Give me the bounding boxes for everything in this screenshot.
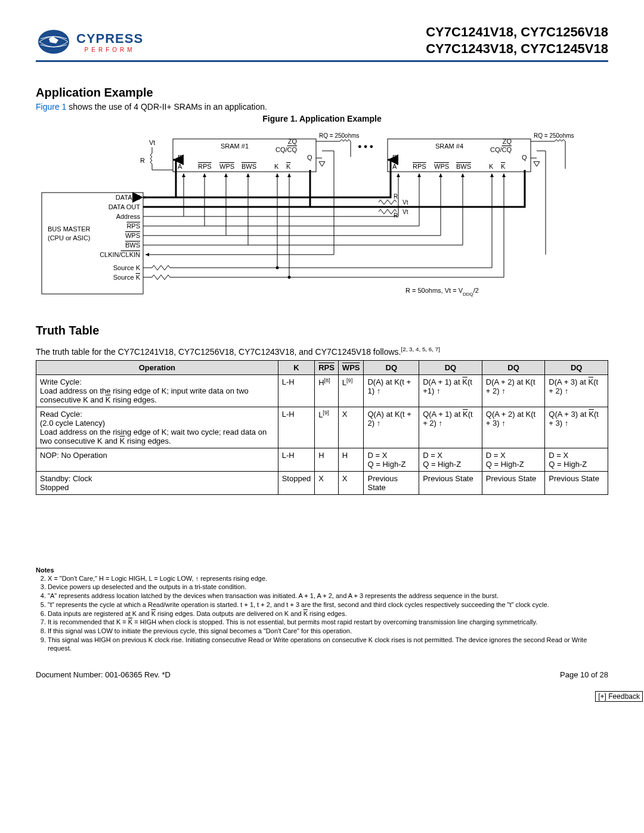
svg-text:BUS  MASTER: BUS MASTER	[48, 225, 91, 233]
th-dq3: DQ	[482, 360, 545, 374]
notes-block: Notes X = "Don't Care," H = Logic HIGH, …	[36, 566, 608, 653]
doc-number: Document Number: 001-06365 Rev. *D	[36, 670, 171, 679]
cell-dq: D = XQ = High-Z	[545, 448, 608, 471]
cell-rps: X	[315, 471, 339, 494]
svg-text:● ● ●: ● ● ●	[358, 143, 373, 150]
th-dq1: DQ	[364, 360, 419, 374]
cell-wps: L[9]	[338, 374, 364, 407]
svg-text:RQ = 250ohms: RQ = 250ohms	[319, 132, 360, 139]
table-row: NOP: No Operation L-H H H D = XQ = High-…	[36, 448, 608, 471]
table-header-row: Operation K RPS WPS DQ DQ DQ DQ	[36, 360, 608, 374]
svg-text:R: R	[394, 212, 398, 219]
logo: CYPRESS PERFORM	[36, 27, 143, 57]
svg-text:Vt: Vt	[149, 139, 155, 146]
figure-caption: Figure 1. Application Example	[36, 114, 608, 123]
cell-dq: Q(A + 3) at K(t + 3) ↑	[545, 407, 608, 448]
note-item: If this signal was LOW to initiate the p…	[48, 627, 608, 636]
svg-text:CQ/CQ: CQ/CQ	[490, 146, 512, 153]
truth-intro-text: The truth table for the CY7C1241V18, CY7…	[36, 347, 401, 357]
svg-text:D: D	[178, 154, 182, 161]
svg-text:DATA IN: DATA IN	[116, 194, 140, 201]
cell-wps: X	[338, 471, 364, 494]
svg-text:Vt: Vt	[402, 209, 408, 215]
cell-k: L-H	[278, 374, 314, 407]
note-item: It is recommended that K = K = HIGH when…	[48, 618, 608, 627]
note-item: Device powers up deselected and the outp…	[48, 583, 608, 592]
cell-dq: D(A + 2) at K(t + 2) ↑	[482, 374, 545, 407]
svg-point-53	[276, 267, 279, 270]
svg-text:K: K	[286, 163, 291, 170]
cell-dq: Q(A + 1) at K(t + 2) ↑	[419, 407, 482, 448]
application-diagram: Vt R SRAM #1 D Q A RPS WPS BWS K K ZQ CQ…	[36, 127, 608, 306]
svg-text:CLKIN/CLKIN: CLKIN/CLKIN	[100, 251, 140, 258]
truth-heading: Truth Table	[36, 324, 608, 337]
app-example-intro: Figure 1 shows the use of 4 QDR-II+ SRAM…	[36, 102, 608, 112]
svg-text:K: K	[274, 163, 279, 170]
cell-dq: D(A + 1) at K(t +1) ↑	[419, 374, 482, 407]
cell-wps: X	[338, 407, 364, 448]
svg-text:ZQ: ZQ	[288, 138, 298, 145]
svg-text:RPS: RPS	[413, 163, 426, 170]
svg-text:BWS: BWS	[242, 163, 256, 170]
table-row: Write Cycle:Load address on the rising e…	[36, 374, 608, 407]
svg-text:Q: Q	[522, 154, 527, 161]
cell-k: Stopped	[278, 471, 314, 494]
th-operation: Operation	[36, 360, 278, 374]
svg-text:WPS: WPS	[125, 232, 140, 239]
page-footer: Document Number: 001-06365 Rev. *D Page …	[36, 670, 608, 679]
table-row: Standby: ClockStopped Stopped X X Previo…	[36, 471, 608, 494]
svg-text:K: K	[501, 163, 506, 170]
cell-dq: D(A + 3) at K(t + 2) ↑	[545, 374, 608, 407]
figure1-link[interactable]: Figure 1	[36, 102, 66, 112]
cell-op: Read Cycle:(2.0 cycle Latency)Load addre…	[36, 407, 278, 448]
svg-text:R: R	[140, 157, 145, 164]
cell-dq: D = XQ = High-Z	[364, 448, 419, 471]
cell-dq: Q(A) at K(t + 2) ↑	[364, 407, 419, 448]
truth-intro: The truth table for the CY7C1241V18, CY7…	[36, 346, 608, 357]
cell-wps: H	[338, 448, 364, 471]
svg-text:Vt: Vt	[402, 199, 408, 206]
svg-text:A: A	[178, 163, 182, 170]
note-item: X = "Don't Care," H = Logic HIGH, L = Lo…	[48, 575, 608, 583]
svg-point-55	[288, 276, 291, 279]
svg-text:RQ = 250ohms: RQ = 250ohms	[534, 132, 574, 139]
notes-title: Notes	[36, 566, 608, 574]
svg-text:Address: Address	[116, 213, 141, 220]
table-row: Read Cycle:(2.0 cycle Latency)Load addre…	[36, 407, 608, 448]
svg-text:R: R	[394, 193, 398, 200]
svg-text:Source K: Source K	[113, 274, 141, 281]
note-item: "t" represents the cycle at which a Read…	[48, 601, 608, 609]
svg-text:D: D	[392, 154, 397, 161]
logo-name: CYPRESS	[76, 31, 143, 47]
note-item: "A" represents address location latched …	[48, 592, 608, 600]
cell-rps: H[8]	[315, 374, 339, 407]
cell-op: NOP: No Operation	[36, 448, 278, 471]
svg-text:CQ/CQ: CQ/CQ	[275, 146, 298, 153]
parts-line1: CY7C1241V18, CY7C1256V18	[426, 24, 608, 41]
svg-text:Q: Q	[307, 154, 312, 161]
th-dq4: DQ	[545, 360, 608, 374]
cell-dq: Previous State	[419, 471, 482, 494]
page-number: Page 10 of 28	[560, 670, 608, 679]
cell-dq: D = XQ = High-Z	[482, 448, 545, 471]
cell-dq: Previous State	[482, 471, 545, 494]
cell-op: Standby: ClockStopped	[36, 471, 278, 494]
th-dq2: DQ	[419, 360, 482, 374]
svg-text:A: A	[392, 163, 397, 170]
th-k: K	[278, 360, 314, 374]
svg-text:WPS: WPS	[434, 163, 449, 170]
app-example-heading: Application Example	[36, 86, 608, 100]
svg-text:SRAM #4: SRAM #4	[435, 143, 463, 150]
svg-text:R = 50ohms, Vt = VDDQ/2: R = 50ohms, Vt = VDDQ/2	[405, 287, 479, 297]
cell-k: L-H	[278, 448, 314, 471]
cell-k: L-H	[278, 407, 314, 448]
part-numbers: CY7C1241V18, CY7C1256V18 CY7C1243V18, CY…	[426, 24, 608, 57]
logo-sub: PERFORM	[76, 47, 143, 53]
parts-line2: CY7C1243V18, CY7C1245V18	[426, 41, 608, 57]
cell-rps: L[9]	[315, 407, 339, 448]
notes-list: X = "Don't Care," H = Logic HIGH, L = Lo…	[36, 575, 608, 653]
note-item: This signal was HIGH on previous K clock…	[48, 636, 608, 653]
svg-text:(CPU or ASIC): (CPU or ASIC)	[48, 234, 91, 241]
cell-dq: D = XQ = High-Z	[419, 448, 482, 471]
svg-text:K: K	[489, 163, 494, 170]
